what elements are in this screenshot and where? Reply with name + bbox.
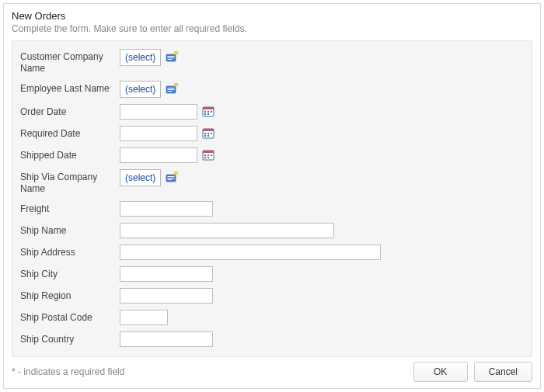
label-ship-postal-code: Ship Postal Code — [20, 310, 120, 324]
svg-rect-3 — [168, 59, 173, 60]
label-shipped-date: Shipped Date — [20, 147, 120, 161]
svg-rect-13 — [203, 107, 214, 109]
svg-rect-31 — [204, 157, 206, 158]
input-required-date[interactable] — [120, 126, 197, 141]
svg-rect-34 — [168, 176, 175, 177]
page-title: New Orders — [12, 10, 532, 22]
svg-rect-8 — [168, 89, 175, 90]
row-employee-last-name: Employee Last Name (select) — [20, 81, 524, 98]
label-customer-company-name: Customer Company Name — [20, 49, 120, 75]
label-order-date: Order Date — [20, 104, 120, 118]
calendar-icon[interactable] — [202, 106, 214, 118]
row-ship-city: Ship City — [20, 266, 524, 282]
svg-rect-18 — [207, 113, 209, 115]
svg-rect-30 — [211, 154, 212, 156]
svg-rect-20 — [203, 129, 214, 131]
svg-rect-23 — [211, 133, 212, 134]
svg-rect-14 — [204, 111, 206, 113]
svg-rect-2 — [168, 57, 175, 58]
input-ship-country[interactable] — [120, 331, 213, 347]
label-ship-country: Ship Country — [20, 331, 120, 345]
row-shipped-date: Shipped Date — [20, 147, 524, 163]
svg-rect-25 — [207, 135, 209, 137]
footer: * - indicates a required field OK Cancel — [12, 362, 532, 382]
input-ship-name[interactable] — [120, 223, 334, 238]
svg-rect-27 — [203, 151, 214, 153]
label-required-date: Required Date — [20, 126, 120, 140]
svg-rect-16 — [211, 111, 212, 113]
select-customer-company-name[interactable]: (select) — [120, 49, 161, 66]
input-ship-address[interactable] — [120, 245, 381, 260]
page-subtitle: Complete the form. Make sure to enter al… — [12, 23, 532, 34]
input-ship-postal-code[interactable] — [120, 310, 168, 325]
cancel-button[interactable]: Cancel — [474, 362, 532, 382]
input-freight[interactable] — [120, 201, 213, 217]
new-record-icon[interactable] — [166, 83, 178, 95]
row-ship-name: Ship Name — [20, 223, 524, 238]
select-employee-last-name[interactable]: (select) — [120, 81, 161, 98]
row-ship-region: Ship Region — [20, 288, 524, 304]
svg-rect-9 — [168, 91, 173, 92]
label-ship-city: Ship City — [20, 266, 120, 280]
input-shipped-date[interactable] — [120, 147, 197, 163]
input-ship-city[interactable] — [120, 266, 213, 282]
label-ship-address: Ship Address — [20, 245, 120, 258]
new-orders-panel: New Orders Complete the form. Make sure … — [3, 3, 541, 389]
row-ship-via-company-name: Ship Via Company Name (select) — [20, 169, 524, 195]
select-ship-via-company-name[interactable]: (select) — [120, 169, 161, 186]
calendar-icon[interactable] — [202, 149, 214, 161]
calendar-icon[interactable] — [202, 127, 214, 140]
row-freight: Freight — [20, 201, 524, 217]
new-record-icon[interactable] — [166, 172, 178, 184]
label-ship-region: Ship Region — [20, 288, 120, 302]
required-field-note: * - indicates a required field — [12, 366, 124, 377]
svg-rect-22 — [207, 133, 209, 134]
svg-rect-1 — [168, 56, 175, 57]
input-order-date[interactable] — [120, 104, 197, 120]
svg-rect-32 — [207, 157, 209, 158]
input-ship-region[interactable] — [120, 288, 213, 304]
svg-rect-7 — [168, 88, 175, 88]
svg-rect-35 — [168, 178, 175, 179]
row-ship-country: Ship Country — [20, 331, 524, 347]
label-ship-via-company-name: Ship Via Company Name — [20, 169, 120, 195]
row-order-date: Order Date — [20, 104, 524, 120]
label-employee-last-name: Employee Last Name — [20, 81, 120, 95]
svg-rect-15 — [207, 111, 209, 113]
row-ship-address: Ship Address — [20, 245, 524, 260]
row-required-date: Required Date — [20, 126, 524, 141]
label-freight: Freight — [20, 201, 120, 215]
row-ship-postal-code: Ship Postal Code — [20, 310, 524, 325]
svg-rect-29 — [207, 154, 209, 156]
svg-rect-17 — [204, 113, 206, 115]
svg-rect-28 — [204, 154, 206, 156]
new-record-icon[interactable] — [166, 51, 178, 64]
svg-rect-24 — [204, 135, 206, 137]
label-ship-name: Ship Name — [20, 223, 120, 237]
form-area: Customer Company Name (select) Employee … — [12, 40, 532, 357]
svg-rect-36 — [168, 179, 173, 180]
ok-button[interactable]: OK — [413, 362, 468, 382]
svg-rect-21 — [204, 133, 206, 134]
row-customer-company-name: Customer Company Name (select) — [20, 49, 524, 75]
